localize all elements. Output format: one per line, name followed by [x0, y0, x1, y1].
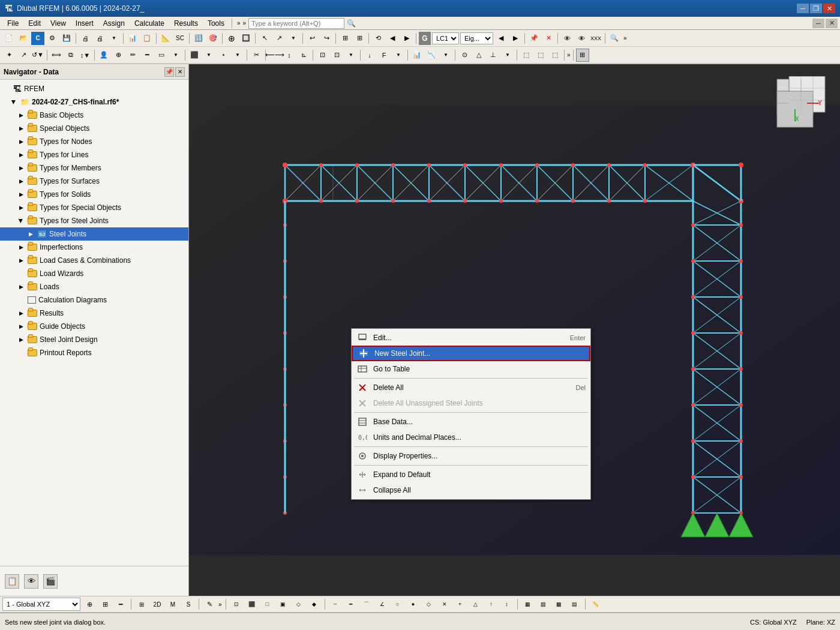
snap-drop[interactable]: ▼ [344, 49, 358, 62]
ctx-delete-all[interactable]: Delete All Del [352, 380, 590, 395]
support-drop[interactable]: ▼ [501, 49, 514, 62]
ctx-goto-table[interactable]: Go to Table [352, 361, 590, 377]
next-lc-btn[interactable]: ▶ [509, 32, 522, 45]
sub-min-button[interactable]: ─ [812, 19, 824, 28]
settings-btn[interactable]: ⚙ [46, 32, 59, 45]
grid3-btn[interactable]: ▦ [521, 598, 535, 611]
tree-printout-reports[interactable]: ▶ Printout Reports [0, 346, 188, 359]
script-btn[interactable]: SC [173, 32, 187, 45]
draw-mode-btn[interactable]: ✎ [203, 598, 216, 611]
ctx-new-steel-joint[interactable]: New Steel Joint... [352, 346, 590, 361]
menu-calculate[interactable]: Calculate [130, 18, 169, 29]
tree-special-objects[interactable]: ▶ Special Objects [0, 122, 188, 135]
ctx-units[interactable]: 0,00 Units and Decimal Places... [352, 430, 590, 445]
display-all-btn[interactable]: ⬛ [245, 598, 259, 611]
view4-btn[interactable]: ⬚ [534, 49, 547, 62]
tab-btn[interactable]: ⊞ [338, 32, 352, 45]
solid-btn[interactable]: ⬛ [188, 49, 201, 62]
support2-btn[interactable]: ⊥ [487, 49, 500, 62]
render-btn[interactable]: ⊕ [225, 32, 238, 45]
xxx-btn[interactable]: XXX [589, 32, 602, 45]
mirror-btn[interactable]: ⟺ [50, 49, 63, 62]
tree-types-nodes[interactable]: ▶ Types for Nodes [0, 135, 188, 148]
search-input[interactable] [248, 18, 344, 29]
dim2-btn[interactable]: ↕ [283, 49, 296, 62]
tree-steel-joint-design[interactable]: ▶ Steel Joint Design [0, 333, 188, 346]
next-btn[interactable]: ▶ [400, 32, 413, 45]
sub-close-button[interactable]: ✕ [826, 19, 838, 28]
nav-data-btn[interactable]: 📋 [5, 574, 19, 589]
prev-btn[interactable]: ◀ [386, 32, 399, 45]
view-all-btn[interactable]: ⊞ [135, 598, 148, 611]
surface-btn[interactable]: ▭ [155, 49, 168, 62]
table-btn[interactable]: 📊 [126, 32, 139, 45]
tree-types-lines[interactable]: ▶ Types for Lines [0, 148, 188, 161]
lc-select[interactable]: LC1 [432, 32, 459, 44]
grid-btn[interactable]: ⊞ [353, 32, 366, 45]
move2-drop[interactable]: ↕▼ [79, 49, 92, 62]
view3-btn[interactable]: ⬚ [520, 49, 533, 62]
snap-grid-btn[interactable]: ⊞ [98, 598, 112, 611]
dim3-btn[interactable]: ⊾ [297, 49, 310, 62]
rotate-drop[interactable]: ↺▼ [31, 49, 44, 62]
star-btn[interactable]: ✦ [2, 49, 16, 62]
solid-drop[interactable]: ▼ [202, 49, 215, 62]
plus-btn[interactable]: + [454, 598, 467, 611]
disp-btn[interactable]: 📉 [425, 49, 438, 62]
viewport[interactable]: -Y X Edit... Enter [189, 64, 840, 596]
ctx-collapse-all[interactable]: Collapse All [352, 482, 590, 498]
print-btn[interactable]: 🖨 [93, 32, 106, 45]
hinge-btn[interactable]: ⊙ [458, 49, 471, 62]
grid4-btn[interactable]: ▨ [537, 598, 550, 611]
wireframe-btn[interactable]: □ [261, 598, 274, 611]
arrow-btn[interactable]: ↗ [17, 49, 30, 62]
local-axis-btn[interactable]: ⊡ [230, 598, 243, 611]
arrow-up-btn[interactable]: ↑ [485, 598, 498, 611]
tree-types-surfaces[interactable]: ▶ Types for Surfaces [0, 175, 188, 188]
nav-close-btn[interactable]: ✕ [175, 67, 185, 77]
tree-types-solids[interactable]: ▶ Types for Solids [0, 188, 188, 201]
view5-btn[interactable]: ⬚ [548, 49, 562, 62]
pin-btn[interactable]: 📌 [527, 32, 541, 45]
tree-types-steel-joints[interactable]: ▶ Types for Steel Joints [0, 214, 188, 227]
member-btn[interactable]: ━ [140, 49, 154, 62]
prev-lc-btn[interactable]: ◀ [494, 32, 508, 45]
calc-btn[interactable]: 🔢 [192, 32, 205, 45]
new-btn[interactable]: 📄 [2, 32, 16, 45]
tree-types-members[interactable]: ▶ Types for Members [0, 161, 188, 175]
tri-btn[interactable]: △ [469, 598, 482, 611]
cube-navigation[interactable]: -Y X [774, 76, 828, 130]
open-btn[interactable]: 📂 [17, 32, 30, 45]
ctx-display-props[interactable]: Display Properties... [352, 448, 590, 464]
menu-file[interactable]: File [2, 18, 23, 29]
ctx-base-data[interactable]: Base Data... [352, 414, 590, 430]
prop-btn[interactable]: 📐 [159, 32, 172, 45]
grid2-btn[interactable]: ⊞ [576, 49, 589, 62]
view-2d-btn[interactable]: 2D [151, 598, 164, 611]
ctx-edit[interactable]: Edit... Enter [352, 330, 590, 346]
render2-btn[interactable]: ▣ [277, 598, 290, 611]
menu-results[interactable]: Results [169, 18, 203, 29]
tree-load-cases[interactable]: ▶ Load Cases & Combinations [0, 254, 188, 267]
undo-btn[interactable]: ↩ [305, 32, 319, 45]
load-btn[interactable]: ↓ [363, 49, 376, 62]
tree-calc-diagrams[interactable]: ▶ Calculation Diagrams [0, 293, 188, 307]
grid5-btn[interactable]: ▩ [553, 598, 566, 611]
tree-load-wizards[interactable]: ▶ Load Wizards [0, 267, 188, 280]
menu-view[interactable]: View [46, 18, 71, 29]
menu-edit[interactable]: Edit [23, 18, 46, 29]
restore-button[interactable]: ❐ [810, 4, 822, 13]
line-y-btn[interactable]: ━ [344, 598, 358, 611]
redo-btn[interactable]: ↪ [320, 32, 333, 45]
view-surfaces-btn[interactable]: S [182, 598, 195, 611]
tree-types-special-objects[interactable]: ▶ Types for Special Objects [0, 201, 188, 214]
cursor-btn[interactable]: ↖ [258, 32, 271, 45]
eye2-btn[interactable]: 👁 [575, 32, 588, 45]
snap-line-btn[interactable]: ━ [114, 598, 127, 611]
print-preview-btn[interactable]: 🖨 [79, 32, 92, 45]
nav-views-btn[interactable]: 🎬 [43, 574, 58, 589]
cross-btn[interactable]: ✕ [542, 32, 555, 45]
support-btn[interactable]: △ [472, 49, 485, 62]
curve-btn[interactable]: ⌒ [360, 598, 373, 611]
arrow-sym-btn[interactable]: ↕ [500, 598, 514, 611]
